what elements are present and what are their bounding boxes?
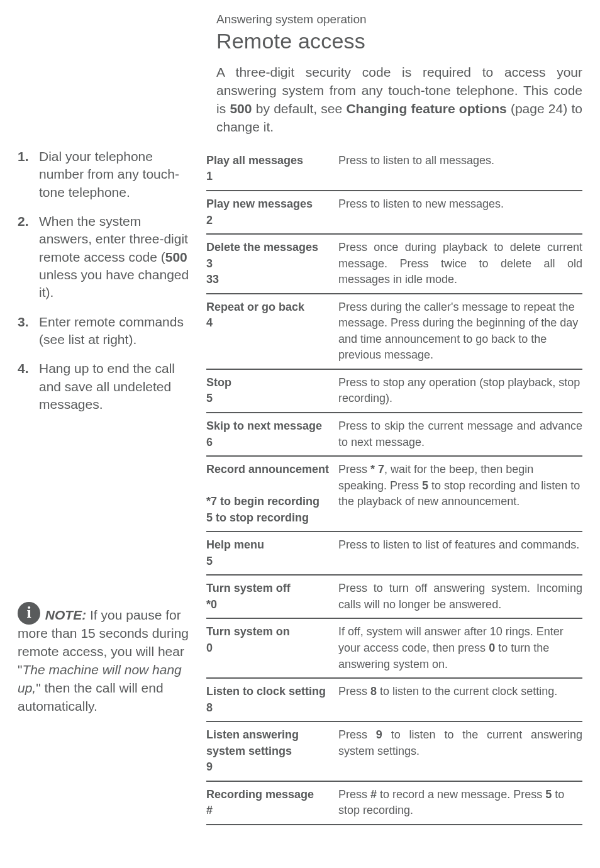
command-key: Listen to clock setting8: [206, 684, 338, 716]
steps-list: Dial your telephone number from any touc…: [18, 148, 196, 413]
command-key: Help menu5: [206, 537, 338, 569]
table-row: Turn system off*0Press to turn off answe…: [206, 576, 582, 619]
breadcrumb: Answering system operation: [216, 13, 582, 26]
intro-paragraph: A three-digit security code is required …: [216, 64, 582, 136]
command-description: Press during the caller's message to rep…: [338, 299, 582, 364]
table-row: Stop5Press to stop any operation (stop p…: [206, 370, 582, 413]
step-item: When the system answers, enter three-dig…: [18, 213, 196, 302]
command-description: If off, system will answer after 10 ring…: [338, 624, 582, 672]
command-description: Press to listen to new messages.: [338, 196, 582, 228]
command-description: Press to listen to list of features and …: [338, 537, 582, 569]
table-row: Record announcement *7 to begin recordin…: [206, 457, 582, 532]
command-key: Skip to next message6: [206, 418, 338, 450]
command-description: Press to skip the current message and ad…: [338, 418, 582, 450]
command-key: Stop5: [206, 375, 338, 407]
command-description: Press to listen to all messages.: [338, 153, 582, 185]
table-row: Repeat or go back4Press during the calle…: [206, 294, 582, 370]
table-row: Listen to clock setting8Press 8 to liste…: [206, 679, 582, 722]
info-icon: [18, 602, 40, 625]
command-key: Recording message#: [206, 787, 338, 819]
command-key: Record announcement *7 to begin recordin…: [206, 462, 338, 526]
page-title: Remote access: [216, 29, 582, 53]
command-key: Delete the messages333: [206, 240, 338, 288]
table-row: Delete the messages333Press once during …: [206, 235, 582, 294]
command-description: Press 8 to listen to the current clock s…: [338, 684, 582, 716]
commands-table: Play all messages1Press to listen to all…: [206, 148, 582, 825]
step-item: Enter remote com­mands (see list at righ…: [18, 313, 196, 349]
table-row: Skip to next message6Press to skip the c…: [206, 413, 582, 457]
step-item: Hang up to end the call and save all und…: [18, 360, 196, 413]
table-row: Play all messages1Press to listen to all…: [206, 148, 582, 191]
note-label: NOTE:: [45, 608, 86, 622]
command-key: Listen answeringsystem settings9: [206, 727, 338, 776]
command-description: Press * 7, wait for the beep, then begin…: [338, 462, 582, 526]
table-row: Recording message#Press # to record a ne…: [206, 782, 582, 825]
command-key: Repeat or go back4: [206, 299, 338, 364]
note-block: NOTE: If you pause for more than 15 seco…: [18, 602, 196, 716]
command-key: Play all messages1: [206, 153, 338, 185]
command-description: Press to stop any operation (stop playba…: [338, 375, 582, 407]
table-row: Help menu5Press to listen to list of fea…: [206, 532, 582, 576]
command-description: Press 9 to listen to the current answeri…: [338, 727, 582, 776]
step-item: Dial your telephone number from any touc…: [18, 148, 196, 201]
command-key: Play new messages2: [206, 196, 338, 228]
table-row: Turn system on0If off, system will answe…: [206, 619, 582, 679]
command-key: Turn system off*0: [206, 581, 338, 613]
command-description: Press to turn off answering sys­tem. Inc…: [338, 581, 582, 613]
command-description: Press # to record a new message. Press 5…: [338, 787, 582, 819]
command-key: Turn system on0: [206, 624, 338, 672]
table-row: Play new messages2Press to listen to new…: [206, 191, 582, 235]
table-row: Listen answeringsystem settings9Press 9 …: [206, 722, 582, 782]
command-description: Press once during playback to delete cur…: [338, 240, 582, 288]
